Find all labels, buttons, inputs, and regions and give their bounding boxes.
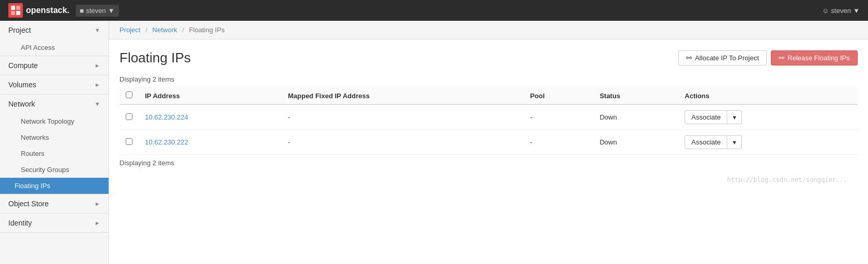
svg-rect-2: [11, 11, 15, 15]
user-menu[interactable]: ☺ steven ▼: [822, 7, 860, 15]
sidebar-compute-section: Compute ►: [0, 56, 109, 75]
compute-chevron-icon: ►: [95, 62, 100, 69]
sidebar-identity-header[interactable]: Identity ►: [0, 214, 109, 232]
volumes-chevron-icon: ►: [95, 82, 100, 88]
allocate-icon: ⚯: [686, 54, 692, 62]
header-ip-address: IP Address: [139, 87, 282, 104]
row2-associate-button[interactable]: Associate: [685, 135, 727, 149]
sidebar-object-store-section: Object Store ►: [0, 194, 109, 214]
select-all-checkbox[interactable]: [126, 91, 132, 98]
release-floating-ips-button[interactable]: ⚯ Release Floating IPs: [771, 50, 858, 65]
row1-status: Down: [593, 104, 678, 130]
sidebar-item-network-topology[interactable]: Network Topology: [0, 113, 109, 129]
sidebar-item-api-access[interactable]: API Access: [0, 39, 109, 56]
project-dropdown-icon: ▼: [108, 7, 115, 15]
logo-icon: [8, 3, 23, 18]
allocate-ip-button[interactable]: ⚯ Allocate IP To Project: [678, 50, 767, 65]
sidebar-network-header[interactable]: Network ▼: [0, 95, 109, 113]
row2-btn-group: Associate ▼: [685, 135, 851, 149]
header-pool: Pool: [524, 87, 593, 104]
row2-status: Down: [593, 130, 678, 155]
network-topology-label: Network Topology: [21, 117, 74, 125]
header-mapped-fixed-ip: Mapped Fixed IP Address: [282, 87, 524, 104]
row1-ip-link[interactable]: 10.62.230.224: [145, 113, 188, 121]
allocate-label: Allocate IP To Project: [695, 54, 759, 62]
row2-checkbox[interactable]: [126, 138, 132, 145]
breadcrumb-project[interactable]: Project: [119, 26, 140, 34]
sidebar-volumes-section: Volumes ►: [0, 75, 109, 95]
row2-mapped-fixed-ip: -: [282, 130, 524, 155]
sidebar-item-floating-ips[interactable]: Floating IPs: [0, 178, 109, 194]
project-chevron-icon: ▼: [95, 27, 100, 33]
row1-ip: 10.62.230.224: [139, 104, 282, 130]
row1-checkbox-cell: [119, 104, 139, 130]
row2-checkbox-cell: [119, 130, 139, 155]
user-icon: ☺: [822, 7, 829, 15]
sidebar-project-header[interactable]: Project ▼: [0, 21, 109, 39]
logo-text: openstack.: [26, 6, 70, 15]
sidebar-project-label: Project: [8, 26, 31, 34]
display-count-top: Displaying 2 items: [119, 71, 858, 87]
breadcrumb-sep-1: /: [145, 26, 148, 34]
routers-label: Routers: [21, 150, 45, 157]
row2-actions: Associate ▼: [678, 130, 858, 155]
breadcrumb-current: Floating IPs: [189, 26, 225, 34]
user-label: steven: [831, 7, 851, 15]
row2-ip-link[interactable]: 10.62.230.222: [145, 138, 188, 146]
identity-chevron-icon: ►: [95, 220, 100, 226]
header-actions: Actions: [678, 87, 858, 104]
header-checkbox-cell: [119, 87, 139, 104]
project-selector-label: steven: [86, 7, 105, 15]
release-icon: ⚯: [779, 54, 784, 62]
table-header: IP Address Mapped Fixed IP Address Pool …: [119, 87, 858, 104]
row1-btn-group: Associate ▼: [685, 110, 851, 124]
user-chevron-icon: ▼: [853, 7, 860, 15]
row2-associate-dropdown[interactable]: ▼: [727, 135, 742, 149]
row1-mapped-fixed-ip: -: [282, 104, 524, 130]
api-access-label: API Access: [21, 44, 55, 51]
watermark: http://blog.csdn.net/songqier...: [119, 171, 858, 189]
display-count-bottom: Displaying 2 items: [119, 155, 858, 171]
page-header: Floating IPs ⚯ Allocate IP To Project ⚯ …: [109, 39, 868, 71]
row2-pool: -: [524, 130, 593, 155]
row1-associate-button[interactable]: Associate: [685, 110, 727, 124]
sidebar-compute-header[interactable]: Compute ►: [0, 56, 109, 75]
content-body: Displaying 2 items IP Address Mapped Fix…: [109, 71, 868, 199]
svg-rect-1: [16, 6, 20, 10]
object-store-chevron-icon: ►: [95, 201, 100, 207]
sidebar-volumes-label: Volumes: [8, 81, 36, 89]
sidebar-network-section: Network ▼ Network Topology Networks Rout…: [0, 95, 109, 194]
table-body: 10.62.230.224 - - Down Associate ▼: [119, 104, 858, 155]
row1-actions: Associate ▼: [678, 104, 858, 130]
sidebar-network-label: Network: [8, 100, 35, 108]
sidebar-identity-label: Identity: [8, 219, 32, 227]
breadcrumb: Project / Network / Floating IPs: [109, 21, 868, 39]
svg-rect-0: [11, 6, 15, 10]
row1-pool: -: [524, 104, 593, 130]
top-navigation: openstack. ■ steven ▼ ☺ steven ▼: [0, 0, 868, 21]
logo[interactable]: openstack.: [8, 3, 70, 18]
nav-left: openstack. ■ steven ▼: [8, 3, 119, 18]
sidebar-item-routers[interactable]: Routers: [0, 146, 109, 162]
main-content: Project / Network / Floating IPs Floatin…: [109, 21, 868, 264]
project-selector[interactable]: ■ steven ▼: [76, 5, 119, 17]
page-title: Floating IPs: [119, 50, 191, 66]
sidebar-identity-section: Identity ►: [0, 214, 109, 233]
sidebar-compute-label: Compute: [8, 61, 38, 70]
table-row: 10.62.230.224 - - Down Associate ▼: [119, 104, 858, 130]
row1-associate-dropdown[interactable]: ▼: [727, 110, 742, 124]
breadcrumb-network[interactable]: Network: [152, 26, 177, 34]
floating-ips-label: Floating IPs: [15, 182, 50, 190]
sidebar-item-security-groups[interactable]: Security Groups: [0, 162, 109, 178]
security-groups-label: Security Groups: [21, 166, 69, 174]
sidebar-item-networks[interactable]: Networks: [0, 129, 109, 146]
table-row: 10.62.230.222 - - Down Associate ▼: [119, 130, 858, 155]
floating-ips-table: IP Address Mapped Fixed IP Address Pool …: [119, 87, 858, 155]
row1-checkbox[interactable]: [126, 113, 132, 120]
header-actions: ⚯ Allocate IP To Project ⚯ Release Float…: [678, 50, 858, 65]
sidebar-object-store-header[interactable]: Object Store ►: [0, 194, 109, 213]
sidebar-object-store-label: Object Store: [8, 200, 49, 208]
breadcrumb-sep-2: /: [182, 26, 184, 34]
svg-rect-3: [16, 11, 20, 15]
sidebar-volumes-header[interactable]: Volumes ►: [0, 75, 109, 94]
